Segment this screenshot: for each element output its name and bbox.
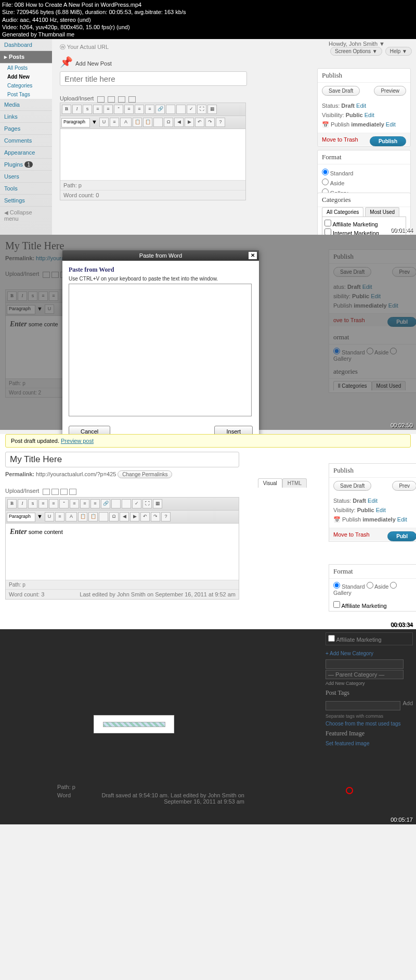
bold-button[interactable]: B bbox=[62, 105, 71, 114]
sidebar-appearance[interactable]: Appearance bbox=[0, 147, 52, 159]
paragraph-select[interactable]: Paragraph bbox=[61, 118, 90, 128]
ul-button[interactable]: ≡ bbox=[93, 105, 102, 114]
add-media-icon[interactable] bbox=[128, 96, 136, 103]
post-title-input[interactable] bbox=[60, 71, 247, 86]
sidebar-plugins[interactable]: Plugins 1 bbox=[0, 159, 52, 171]
move-to-trash-link[interactable]: Move to Trash bbox=[333, 531, 370, 538]
collapse-menu[interactable]: ◀ Collapse menu bbox=[0, 207, 52, 224]
add-audio-icon[interactable] bbox=[60, 489, 68, 495]
sidebar-comments[interactable]: Comments bbox=[0, 135, 52, 147]
kitchensink-button[interactable]: ▦ bbox=[207, 105, 217, 114]
change-permalinks-button[interactable]: Change Permalinks bbox=[118, 470, 172, 478]
publish-button[interactable]: Publ bbox=[387, 531, 416, 541]
indent-button[interactable]: ▶ bbox=[185, 118, 194, 127]
edit-visibility-link[interactable]: Edit bbox=[365, 112, 374, 118]
choose-used-tags-link[interactable]: Choose from the most used tags bbox=[326, 721, 401, 727]
page-title: 📌 Add New Post bbox=[60, 56, 411, 68]
sidebar-posts[interactable]: ▸ Posts bbox=[0, 51, 52, 63]
sidebar-settings[interactable]: Settings bbox=[0, 195, 52, 207]
video-metadata-header: File: 008 How to Create A New Post in Wo… bbox=[0, 0, 416, 39]
add-new-category-link[interactable]: + Add New Category bbox=[326, 651, 373, 656]
italic-button[interactable]: I bbox=[72, 105, 82, 114]
sidebar-dashboard[interactable]: Dashboard bbox=[0, 39, 52, 51]
more-button[interactable] bbox=[176, 105, 186, 114]
save-draft-button[interactable]: Save Draft bbox=[322, 86, 360, 96]
redo-button[interactable]: ↷ bbox=[205, 118, 215, 127]
editor-body[interactable] bbox=[60, 129, 245, 180]
align-right-button[interactable]: ≡ bbox=[145, 105, 154, 114]
save-draft-button[interactable]: Save Draft bbox=[333, 481, 371, 491]
align-center-button[interactable]: ≡ bbox=[135, 105, 144, 114]
ol-button[interactable]: ≡ bbox=[103, 105, 113, 114]
remove-format-button[interactable] bbox=[153, 118, 163, 127]
sidebar-tools[interactable]: Tools bbox=[0, 183, 52, 195]
underline-button[interactable]: U bbox=[99, 118, 109, 127]
sidebar-media[interactable]: Media bbox=[0, 99, 52, 111]
paste-textarea[interactable] bbox=[69, 284, 252, 416]
notice-updated: Post draft updated. Preview post bbox=[5, 434, 411, 448]
edit-schedule-link[interactable]: Edit bbox=[386, 121, 396, 128]
frame-timestamp: 00:03:34 bbox=[391, 621, 413, 628]
add-image-icon[interactable] bbox=[97, 96, 105, 103]
sidebar-users[interactable]: Users bbox=[0, 171, 52, 183]
editor-body[interactable]: Enter some content bbox=[6, 524, 239, 580]
help-button[interactable]: Help ▼ bbox=[385, 47, 412, 56]
paste-from-word-modal: Paste from Word ✕ Paste from Word Use CT… bbox=[62, 250, 259, 441]
frame-timestamp: 00:05:17 bbox=[391, 817, 413, 823]
close-icon[interactable]: ✕ bbox=[249, 252, 257, 259]
set-featured-image-link[interactable]: Set featured image bbox=[326, 741, 370, 746]
textcolor-button[interactable]: A bbox=[120, 118, 132, 127]
publish-box: Publish Save Draft Preview Status: Draft… bbox=[317, 68, 411, 147]
add-video-icon[interactable] bbox=[51, 489, 59, 495]
spell-button[interactable]: ✓ bbox=[187, 105, 196, 114]
add-audio-icon[interactable] bbox=[118, 96, 125, 103]
sidebar-links[interactable]: Links bbox=[0, 111, 52, 123]
align-left-button[interactable]: ≡ bbox=[124, 105, 134, 114]
sidebar-addnew[interactable]: Add New bbox=[0, 72, 52, 81]
unlink-button[interactable] bbox=[166, 105, 175, 114]
paste-word-button[interactable]: 📋 bbox=[143, 118, 152, 127]
move-to-trash-link[interactable]: Move to Trash bbox=[322, 136, 358, 143]
paste-text-button[interactable]: 📋 bbox=[133, 118, 142, 127]
top-user-area: Howdy, John Smith ▼ Screen Options ▼ Hel… bbox=[329, 41, 412, 56]
quote-button[interactable]: " bbox=[114, 105, 123, 114]
sidebar-posttags[interactable]: Post Tags bbox=[0, 90, 52, 99]
preview-post-link[interactable]: Preview post bbox=[61, 438, 94, 444]
cat-tab-all[interactable]: All Categories bbox=[322, 207, 363, 217]
progress-bar bbox=[103, 722, 165, 727]
add-media-icon[interactable] bbox=[69, 489, 76, 495]
add-video-icon[interactable] bbox=[108, 96, 115, 103]
cursor-highlight-icon bbox=[346, 787, 353, 794]
editor: BIs≡≡"≡≡≡🔗✓⛶▦ Paragraph ▼ U≡A📋📋Ω◀▶↶↷? Pa… bbox=[60, 103, 246, 201]
sidebar-pages[interactable]: Pages bbox=[0, 123, 52, 135]
loading-dialog bbox=[94, 715, 174, 733]
frame-timestamp: 00:02:50 bbox=[391, 422, 413, 428]
undo-button[interactable]: ↶ bbox=[195, 118, 204, 127]
strike-button[interactable]: s bbox=[83, 105, 92, 114]
admin-sidebar: Dashboard ▸ Posts All Posts Add New Cate… bbox=[0, 39, 52, 235]
fullscreen-button[interactable]: ⛶ bbox=[197, 105, 206, 114]
help-icon[interactable]: ? bbox=[216, 118, 225, 127]
wordcount-label: Word count: 0 bbox=[63, 192, 99, 198]
link-button[interactable]: 🔗 bbox=[155, 105, 165, 114]
modal-titlebar: Paste from Word ✕ bbox=[62, 250, 259, 261]
path-label: Path: p bbox=[63, 182, 82, 188]
format-standard[interactable]: Standard bbox=[322, 168, 406, 177]
tab-html[interactable]: HTML bbox=[282, 478, 307, 488]
preview-button[interactable]: Preview bbox=[374, 86, 406, 96]
align-justify-button[interactable]: ≡ bbox=[110, 118, 119, 127]
cat-tab-most[interactable]: Most Used bbox=[365, 207, 399, 217]
last-edited-label: Last edited by John Smith on September 1… bbox=[80, 591, 236, 597]
edit-status-link[interactable]: Edit bbox=[356, 103, 366, 109]
tab-visual[interactable]: Visual bbox=[258, 478, 282, 488]
screen-options-button[interactable]: Screen Options ▼ bbox=[330, 47, 382, 56]
publish-button[interactable]: Publish bbox=[370, 136, 406, 146]
sidebar-allposts[interactable]: All Posts bbox=[0, 63, 52, 72]
add-image-icon[interactable] bbox=[43, 489, 50, 495]
frame-timestamp: 00:01:44 bbox=[391, 227, 413, 233]
sidebar-categories[interactable]: Categories bbox=[0, 81, 52, 90]
format-aside[interactable]: Aside bbox=[322, 177, 406, 187]
post-title-input[interactable] bbox=[5, 452, 239, 467]
outdent-button[interactable]: ◀ bbox=[174, 118, 184, 127]
charmap-button[interactable]: Ω bbox=[164, 118, 173, 127]
